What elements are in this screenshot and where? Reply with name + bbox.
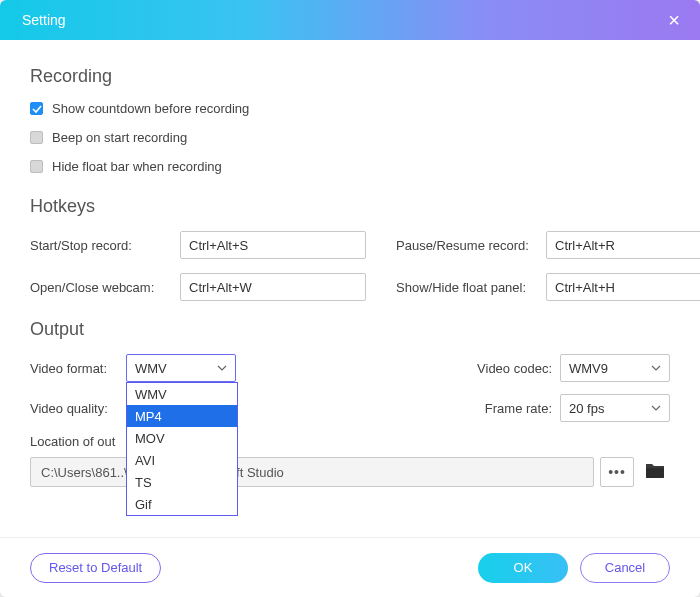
hotkey-webcam: Open/Close webcam: bbox=[30, 273, 366, 301]
chevron-down-icon bbox=[217, 365, 227, 371]
dropdown-item[interactable]: TS bbox=[127, 471, 237, 493]
video-codec-combo[interactable]: WMV9 bbox=[560, 354, 670, 382]
hotkey-label: Show/Hide float panel: bbox=[396, 280, 546, 295]
hotkey-input-pause-resume[interactable] bbox=[546, 231, 700, 259]
checkbox-label: Hide float bar when recording bbox=[52, 159, 222, 174]
output-row-1: Video format: WMV WMV MP4 MOV AVI TS Gif bbox=[30, 354, 670, 382]
video-format-label: Video format: bbox=[30, 361, 126, 376]
close-icon[interactable]: × bbox=[664, 10, 684, 30]
dropdown-item[interactable]: MP4 bbox=[127, 405, 237, 427]
combo-value: WMV9 bbox=[569, 361, 651, 376]
recording-header: Recording bbox=[30, 66, 670, 87]
checkbox-beep[interactable]: Beep on start recording bbox=[30, 130, 670, 145]
hotkey-pause-resume: Pause/Resume record: bbox=[396, 231, 700, 259]
check-icon bbox=[30, 102, 43, 115]
button-label: Cancel bbox=[605, 560, 645, 575]
hotkey-float-panel: Show/Hide float panel: bbox=[396, 273, 700, 301]
reset-button[interactable]: Reset to Default bbox=[30, 553, 161, 583]
video-codec-label: Video codec: bbox=[462, 361, 552, 376]
dropdown-item[interactable]: Gif bbox=[127, 493, 237, 515]
content: Recording Show countdown before recordin… bbox=[0, 40, 700, 487]
check-icon bbox=[30, 160, 43, 173]
output-header: Output bbox=[30, 319, 670, 340]
chevron-down-icon bbox=[651, 365, 661, 371]
checkbox-label: Show countdown before recording bbox=[52, 101, 249, 116]
chevron-down-icon bbox=[651, 405, 661, 411]
footer: Reset to Default OK Cancel bbox=[0, 537, 700, 597]
ok-button[interactable]: OK bbox=[478, 553, 568, 583]
checkbox-label: Beep on start recording bbox=[52, 130, 187, 145]
hotkeys-header: Hotkeys bbox=[30, 196, 670, 217]
location-path-input[interactable] bbox=[30, 457, 594, 487]
frame-rate-combo[interactable]: 20 fps bbox=[560, 394, 670, 422]
frame-rate-label: Frame rate: bbox=[462, 401, 552, 416]
video-format-dropdown: WMV MP4 MOV AVI TS Gif bbox=[126, 382, 238, 516]
video-quality-label: Video quality: bbox=[30, 401, 126, 416]
check-icon bbox=[30, 131, 43, 144]
hotkey-start-stop: Start/Stop record: bbox=[30, 231, 366, 259]
ellipsis-icon: ••• bbox=[608, 464, 626, 480]
hotkey-label: Start/Stop record: bbox=[30, 238, 180, 253]
window-title: Setting bbox=[22, 12, 664, 28]
combo-value: 20 fps bbox=[569, 401, 651, 416]
hotkey-input-start-stop[interactable] bbox=[180, 231, 366, 259]
folder-icon bbox=[644, 461, 666, 483]
dropdown-item[interactable]: MOV bbox=[127, 427, 237, 449]
hotkey-label: Open/Close webcam: bbox=[30, 280, 180, 295]
video-format-combo[interactable]: WMV WMV MP4 MOV AVI TS Gif bbox=[126, 354, 236, 382]
button-label: Reset to Default bbox=[49, 560, 142, 575]
dropdown-item[interactable]: AVI bbox=[127, 449, 237, 471]
settings-window: Setting × Recording Show countdown befor… bbox=[0, 0, 700, 597]
button-label: OK bbox=[514, 560, 533, 575]
hotkeys-grid: Start/Stop record: Pause/Resume record: … bbox=[30, 231, 670, 301]
hotkey-input-float-panel[interactable] bbox=[546, 273, 700, 301]
cancel-button[interactable]: Cancel bbox=[580, 553, 670, 583]
checkbox-countdown[interactable]: Show countdown before recording bbox=[30, 101, 670, 116]
hotkey-label: Pause/Resume record: bbox=[396, 238, 546, 253]
browse-button[interactable]: ••• bbox=[600, 457, 634, 487]
open-folder-button[interactable] bbox=[640, 457, 670, 487]
combo-value: WMV bbox=[135, 361, 217, 376]
dropdown-item[interactable]: WMV bbox=[127, 383, 237, 405]
checkbox-hide-floatbar[interactable]: Hide float bar when recording bbox=[30, 159, 670, 174]
hotkey-input-webcam[interactable] bbox=[180, 273, 366, 301]
titlebar: Setting × bbox=[0, 0, 700, 40]
